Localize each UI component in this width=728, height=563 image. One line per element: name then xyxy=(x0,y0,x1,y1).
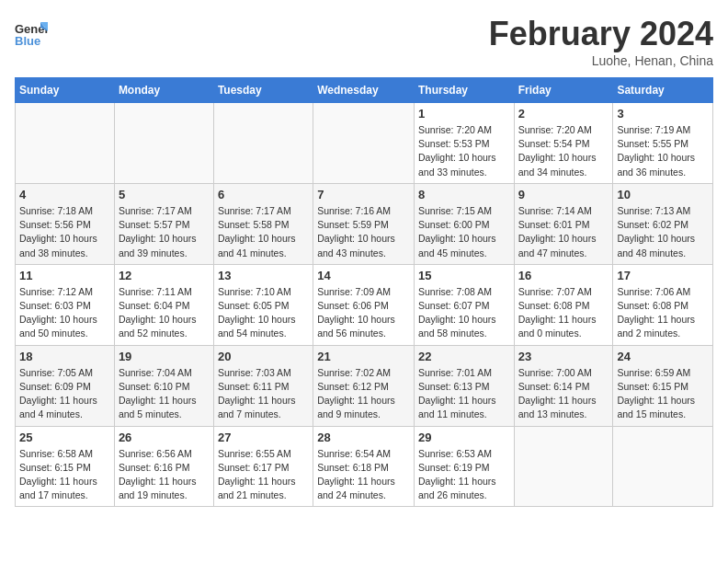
day-number: 7 xyxy=(317,188,410,201)
calendar-day-cell: 14Sunrise: 7:09 AMSunset: 6:06 PMDayligh… xyxy=(313,264,415,345)
day-info: Sunrise: 7:08 AMSunset: 6:07 PMDaylight:… xyxy=(418,285,510,341)
calendar-day-cell: 20Sunrise: 7:03 AMSunset: 6:11 PMDayligh… xyxy=(213,345,313,426)
day-number: 19 xyxy=(119,350,210,363)
svg-text:Blue: Blue xyxy=(15,34,40,48)
day-info: Sunrise: 7:11 AMSunset: 6:04 PMDaylight:… xyxy=(119,285,210,341)
day-info: Sunrise: 7:20 AMSunset: 5:54 PMDaylight:… xyxy=(518,123,609,179)
calendar-day-cell: 12Sunrise: 7:11 AMSunset: 6:04 PMDayligh… xyxy=(114,264,213,345)
calendar-day-cell: 18Sunrise: 7:05 AMSunset: 6:09 PMDayligh… xyxy=(16,345,115,426)
calendar-day-cell: 28Sunrise: 6:54 AMSunset: 6:18 PMDayligh… xyxy=(313,426,415,507)
calendar-week-row: 1Sunrise: 7:20 AMSunset: 5:53 PMDaylight… xyxy=(16,103,713,184)
day-number: 16 xyxy=(518,269,609,282)
calendar-day-cell: 5Sunrise: 7:17 AMSunset: 5:57 PMDaylight… xyxy=(114,183,213,264)
day-info: Sunrise: 7:00 AMSunset: 6:14 PMDaylight:… xyxy=(518,366,609,422)
calendar-day-cell: 19Sunrise: 7:04 AMSunset: 6:10 PMDayligh… xyxy=(114,345,213,426)
page-subtitle: Luohe, Henan, China xyxy=(489,53,713,68)
calendar-day-cell xyxy=(613,426,713,507)
calendar-header-wednesday: Wednesday xyxy=(313,78,415,103)
calendar-day-cell: 25Sunrise: 6:58 AMSunset: 6:15 PMDayligh… xyxy=(16,426,115,507)
calendar-day-cell: 16Sunrise: 7:07 AMSunset: 6:08 PMDayligh… xyxy=(514,264,613,345)
calendar-day-cell: 26Sunrise: 6:56 AMSunset: 6:16 PMDayligh… xyxy=(114,426,213,507)
day-number: 23 xyxy=(518,350,609,363)
calendar-day-cell: 11Sunrise: 7:12 AMSunset: 6:03 PMDayligh… xyxy=(16,264,115,345)
day-number: 3 xyxy=(617,107,709,121)
calendar-week-row: 4Sunrise: 7:18 AMSunset: 5:56 PMDaylight… xyxy=(16,183,713,264)
day-number: 4 xyxy=(19,188,110,201)
day-number: 1 xyxy=(418,107,510,121)
day-number: 9 xyxy=(518,188,609,201)
calendar-day-cell: 22Sunrise: 7:01 AMSunset: 6:13 PMDayligh… xyxy=(414,345,514,426)
logo: General Blue xyxy=(15,15,48,48)
day-info: Sunrise: 7:15 AMSunset: 6:00 PMDaylight:… xyxy=(418,204,510,260)
day-info: Sunrise: 6:53 AMSunset: 6:19 PMDaylight:… xyxy=(418,447,510,503)
day-info: Sunrise: 7:05 AMSunset: 6:09 PMDaylight:… xyxy=(19,366,110,422)
calendar-day-cell: 27Sunrise: 6:55 AMSunset: 6:17 PMDayligh… xyxy=(213,426,313,507)
calendar-day-cell: 9Sunrise: 7:14 AMSunset: 6:01 PMDaylight… xyxy=(514,183,613,264)
day-number: 25 xyxy=(19,431,110,444)
calendar-day-cell: 8Sunrise: 7:15 AMSunset: 6:00 PMDaylight… xyxy=(414,183,514,264)
day-info: Sunrise: 7:17 AMSunset: 5:57 PMDaylight:… xyxy=(119,204,210,260)
logo-icon: General Blue xyxy=(15,15,48,48)
calendar-week-row: 25Sunrise: 6:58 AMSunset: 6:15 PMDayligh… xyxy=(16,426,713,507)
day-number: 22 xyxy=(418,350,510,363)
calendar-day-cell: 13Sunrise: 7:10 AMSunset: 6:05 PMDayligh… xyxy=(213,264,313,345)
day-info: Sunrise: 6:55 AMSunset: 6:17 PMDaylight:… xyxy=(218,447,309,503)
day-number: 12 xyxy=(119,269,210,282)
calendar-header-tuesday: Tuesday xyxy=(213,78,313,103)
day-info: Sunrise: 7:10 AMSunset: 6:05 PMDaylight:… xyxy=(218,285,309,341)
title-area: February 2024 Luohe, Henan, China xyxy=(489,15,713,68)
day-number: 24 xyxy=(617,350,709,363)
calendar-day-cell: 29Sunrise: 6:53 AMSunset: 6:19 PMDayligh… xyxy=(414,426,514,507)
day-number: 2 xyxy=(518,107,609,121)
calendar-day-cell: 4Sunrise: 7:18 AMSunset: 5:56 PMDaylight… xyxy=(16,183,115,264)
day-number: 13 xyxy=(218,269,309,282)
day-number: 5 xyxy=(119,188,210,201)
day-info: Sunrise: 7:16 AMSunset: 5:59 PMDaylight:… xyxy=(317,204,410,260)
calendar-day-cell xyxy=(313,103,415,184)
day-number: 20 xyxy=(218,350,309,363)
calendar-day-cell: 15Sunrise: 7:08 AMSunset: 6:07 PMDayligh… xyxy=(414,264,514,345)
day-info: Sunrise: 7:14 AMSunset: 6:01 PMDaylight:… xyxy=(518,204,609,260)
day-info: Sunrise: 6:54 AMSunset: 6:18 PMDaylight:… xyxy=(317,447,410,503)
day-info: Sunrise: 7:01 AMSunset: 6:13 PMDaylight:… xyxy=(418,366,510,422)
day-number: 6 xyxy=(218,188,309,201)
day-info: Sunrise: 7:07 AMSunset: 6:08 PMDaylight:… xyxy=(518,285,609,341)
calendar-day-cell xyxy=(514,426,613,507)
calendar-day-cell: 3Sunrise: 7:19 AMSunset: 5:55 PMDaylight… xyxy=(613,103,713,184)
day-info: Sunrise: 7:12 AMSunset: 6:03 PMDaylight:… xyxy=(19,285,110,341)
calendar-day-cell xyxy=(114,103,213,184)
day-info: Sunrise: 7:03 AMSunset: 6:11 PMDaylight:… xyxy=(218,366,309,422)
calendar-header-monday: Monday xyxy=(114,78,213,103)
day-info: Sunrise: 7:04 AMSunset: 6:10 PMDaylight:… xyxy=(119,366,210,422)
day-info: Sunrise: 7:19 AMSunset: 5:55 PMDaylight:… xyxy=(617,123,709,179)
day-info: Sunrise: 6:59 AMSunset: 6:15 PMDaylight:… xyxy=(617,366,709,422)
day-number: 21 xyxy=(317,350,410,363)
calendar-header-friday: Friday xyxy=(514,78,613,103)
calendar-day-cell: 23Sunrise: 7:00 AMSunset: 6:14 PMDayligh… xyxy=(514,345,613,426)
day-info: Sunrise: 7:20 AMSunset: 5:53 PMDaylight:… xyxy=(418,123,510,179)
day-number: 26 xyxy=(119,431,210,444)
day-number: 10 xyxy=(617,188,709,201)
day-info: Sunrise: 6:56 AMSunset: 6:16 PMDaylight:… xyxy=(119,447,210,503)
day-number: 14 xyxy=(317,269,410,282)
day-info: Sunrise: 7:13 AMSunset: 6:02 PMDaylight:… xyxy=(617,204,709,260)
calendar-day-cell: 24Sunrise: 6:59 AMSunset: 6:15 PMDayligh… xyxy=(613,345,713,426)
day-info: Sunrise: 7:18 AMSunset: 5:56 PMDaylight:… xyxy=(19,204,110,260)
day-number: 8 xyxy=(418,188,510,201)
calendar-day-cell xyxy=(16,103,115,184)
calendar-day-cell xyxy=(213,103,313,184)
day-number: 18 xyxy=(19,350,110,363)
page-title: February 2024 xyxy=(489,15,713,53)
day-info: Sunrise: 7:17 AMSunset: 5:58 PMDaylight:… xyxy=(218,204,309,260)
calendar-day-cell: 2Sunrise: 7:20 AMSunset: 5:54 PMDaylight… xyxy=(514,103,613,184)
calendar-day-cell: 10Sunrise: 7:13 AMSunset: 6:02 PMDayligh… xyxy=(613,183,713,264)
calendar-week-row: 11Sunrise: 7:12 AMSunset: 6:03 PMDayligh… xyxy=(16,264,713,345)
calendar-header-thursday: Thursday xyxy=(414,78,514,103)
calendar-week-row: 18Sunrise: 7:05 AMSunset: 6:09 PMDayligh… xyxy=(16,345,713,426)
calendar-header-saturday: Saturday xyxy=(613,78,713,103)
day-info: Sunrise: 7:06 AMSunset: 6:08 PMDaylight:… xyxy=(617,285,709,341)
calendar-table: SundayMondayTuesdayWednesdayThursdayFrid… xyxy=(15,77,713,507)
calendar-day-cell: 7Sunrise: 7:16 AMSunset: 5:59 PMDaylight… xyxy=(313,183,415,264)
day-info: Sunrise: 6:58 AMSunset: 6:15 PMDaylight:… xyxy=(19,447,110,503)
calendar-day-cell: 1Sunrise: 7:20 AMSunset: 5:53 PMDaylight… xyxy=(414,103,514,184)
